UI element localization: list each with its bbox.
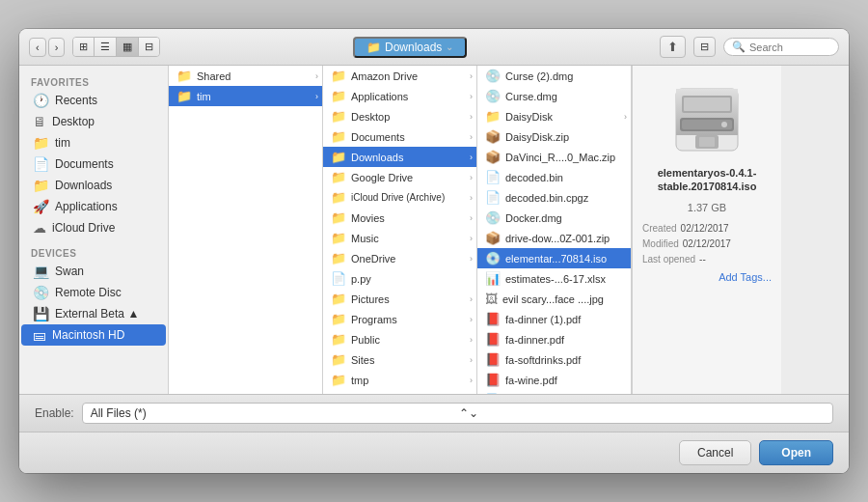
chevron-icon: ›	[624, 112, 627, 122]
col3-fa-wine[interactable]: 📕 fa-wine.pdf	[477, 370, 631, 390]
cover-flow-button[interactable]: ⊟	[139, 38, 159, 56]
search-box[interactable]: 🔍	[723, 38, 839, 56]
cancel-button[interactable]: Cancel	[679, 440, 751, 465]
sidebar-item-swan[interactable]: 💻 Swan	[21, 261, 166, 282]
folder-icon: 📁	[331, 69, 346, 83]
file-icon: 📄	[331, 271, 346, 286]
col2-ppy[interactable]: 📄 p.py	[323, 268, 476, 289]
col3-elementaryos[interactable]: 💿 elementar...70814.iso	[477, 248, 631, 268]
sidebar-item-tim[interactable]: 📁 tim	[21, 132, 166, 153]
chevron-icon: ›	[470, 92, 473, 101]
search-input[interactable]	[749, 42, 831, 53]
col3-curse[interactable]: 💿 Curse.dmg	[477, 86, 631, 106]
col2-google-drive[interactable]: 📁 Google Drive ›	[323, 167, 476, 187]
remote-disc-icon: 💿	[33, 285, 49, 300]
sidebar-item-desktop[interactable]: 🖥 Desktop	[21, 111, 166, 132]
current-folder-badge[interactable]: 📁 Downloads ⌄	[353, 37, 467, 58]
sidebar-item-downloads[interactable]: 📁 Downloads	[21, 175, 166, 196]
col2-amazon-drive[interactable]: 📁 Amazon Drive ›	[323, 66, 476, 86]
col3-daisydisk-zip[interactable]: 📦 DaisyDisk.zip	[477, 126, 631, 147]
col3-decoded-bin[interactable]: 📄 decoded.bin	[477, 167, 631, 187]
share-button[interactable]: ⬆	[660, 36, 686, 58]
iso-icon: 💿	[485, 251, 501, 265]
col1-tim[interactable]: 📁 tim ›	[169, 86, 322, 106]
icon-view-button[interactable]: ⊞	[73, 38, 95, 56]
sidebar-item-macintosh-hd[interactable]: 🖴 Macintosh HD	[21, 324, 166, 346]
col3-decoded-cpgz[interactable]: 📄 decoded.bin.cpgz	[477, 187, 631, 208]
columns-area: 📁 Shared › 📁 tim › 📁 Amazon Drive ›	[169, 66, 849, 394]
svg-rect-7	[684, 98, 730, 111]
list-view-button[interactable]: ☰	[95, 38, 117, 56]
chevron-icon: ›	[470, 315, 473, 324]
action-buttons-bar: Cancel Open	[19, 432, 849, 473]
col2-public[interactable]: 📁 Public ›	[323, 329, 476, 349]
col3-docker[interactable]: 💿 Docker.dmg	[477, 208, 631, 228]
col2-tmp-label: tmp	[351, 375, 368, 386]
col2-documents[interactable]: 📁 Documents ›	[323, 126, 476, 147]
devices-header: Devices	[19, 244, 168, 261]
col3-factorial-json[interactable]: 📄 factorial.json	[477, 390, 631, 394]
sidebar-item-recents[interactable]: 🕐 Recents	[21, 90, 166, 111]
sidebar-label-documents: Documents	[55, 157, 114, 171]
arrange-button[interactable]: ⊟	[693, 37, 716, 57]
col2-movies-label: Movies	[351, 212, 385, 224]
col2-websites[interactable]: 📁 Websites ›	[323, 390, 476, 394]
col2-pictures[interactable]: 📁 Pictures ›	[323, 289, 476, 309]
sidebar-label-applications: Applications	[55, 200, 118, 213]
forward-button[interactable]: ›	[48, 38, 66, 57]
sidebar-item-documents[interactable]: 📄 Documents	[21, 153, 166, 175]
cpgz-icon: 📄	[485, 190, 501, 205]
col2-sites[interactable]: 📁 Sites ›	[323, 349, 476, 370]
downloads-icon: 📁	[33, 178, 49, 193]
col3-evil-scary[interactable]: 🖼 evil scary...face ....jpg	[477, 289, 631, 309]
col3-fa-softdrinks[interactable]: 📕 fa-softdrinks.pdf	[477, 349, 631, 370]
chevron-icon: ›	[470, 294, 473, 304]
file-open-dialog: ‹ › ⊞ ☰ ▦ ⊟ 📁 Downloads ⌄ ⬆ ⊟ 🔍 Favorite…	[19, 29, 849, 473]
file-type-selector[interactable]: All Files (*) ⌃⌄	[82, 403, 833, 424]
column-view-button[interactable]: ▦	[117, 38, 139, 56]
bin-icon: 📄	[485, 170, 501, 184]
col3-fa-dinner1[interactable]: 📕 fa-dinner (1).pdf	[477, 309, 631, 329]
col3-estimates[interactable]: 📊 estimates-...6-17.xlsx	[477, 268, 631, 289]
col3-drive-zip[interactable]: 📦 drive-dow...0Z-001.zip	[477, 228, 631, 248]
modified-value: 02/12/2017	[683, 237, 731, 252]
preview-thumbnail	[668, 81, 746, 158]
col2-downloads[interactable]: 📁 Downloads ›	[323, 147, 476, 167]
col2-applications[interactable]: 📁 Applications ›	[323, 86, 476, 106]
back-button[interactable]: ‹	[29, 38, 46, 57]
main-content: Favorites 🕐 Recents 🖥 Desktop 📁 tim 📄 Do…	[19, 66, 849, 394]
sidebar-label-icloud: iCloud Drive	[52, 221, 115, 235]
chevron-icon: ›	[470, 173, 473, 182]
folder-icon: 📁	[331, 170, 346, 184]
col3-fa-dinner[interactable]: 📕 fa-dinner.pdf	[477, 329, 631, 349]
svg-rect-9	[699, 137, 715, 147]
col1-tim-label: tim	[197, 91, 211, 102]
col3-daisydisk[interactable]: 📁 DaisyDisk ›	[477, 106, 631, 126]
sidebar-item-applications[interactable]: 🚀 Applications	[21, 196, 166, 217]
col3-curse2[interactable]: 💿 Curse (2).dmg	[477, 66, 631, 86]
col3-davinci[interactable]: 📦 DaVinci_R....0_Mac.zip	[477, 147, 631, 167]
col2-music[interactable]: 📁 Music ›	[323, 228, 476, 248]
col2-desktop[interactable]: 📁 Desktop ›	[323, 106, 476, 126]
last-opened-label: Last opened	[642, 252, 695, 267]
sidebar-item-remote-disc[interactable]: 💿 Remote Disc	[21, 282, 166, 303]
dmg-icon: 💿	[485, 89, 501, 103]
col3-curse-label: Curse.dmg	[505, 91, 557, 102]
col2-pictures-label: Pictures	[351, 293, 390, 305]
created-row: Created 02/12/2017	[642, 221, 772, 237]
col3-decoded-cpgz-label: decoded.bin.cpgz	[505, 192, 588, 204]
col2-icloud-archive[interactable]: 📁 iCloud Drive (Archive) ›	[323, 187, 476, 208]
col2-tmp[interactable]: 📁 tmp ›	[323, 370, 476, 390]
sidebar-item-icloud[interactable]: ☁ iCloud Drive	[21, 217, 166, 238]
col2-onedrive[interactable]: 📁 OneDrive ›	[323, 248, 476, 268]
col2-onedrive-label: OneDrive	[351, 253, 395, 265]
add-tags-button[interactable]: Add Tags...	[642, 271, 772, 283]
enable-label: Enable:	[35, 406, 74, 420]
col1-shared[interactable]: 📁 Shared ›	[169, 66, 322, 86]
col2-movies[interactable]: 📁 Movies ›	[323, 208, 476, 228]
zip-icon: 📦	[485, 129, 501, 144]
folder-icon: 📁	[331, 109, 346, 124]
open-button[interactable]: Open	[759, 440, 833, 465]
sidebar-item-external-beta[interactable]: 💾 External Beta ▲	[21, 303, 166, 324]
col2-programs[interactable]: 📁 Programs ›	[323, 309, 476, 329]
